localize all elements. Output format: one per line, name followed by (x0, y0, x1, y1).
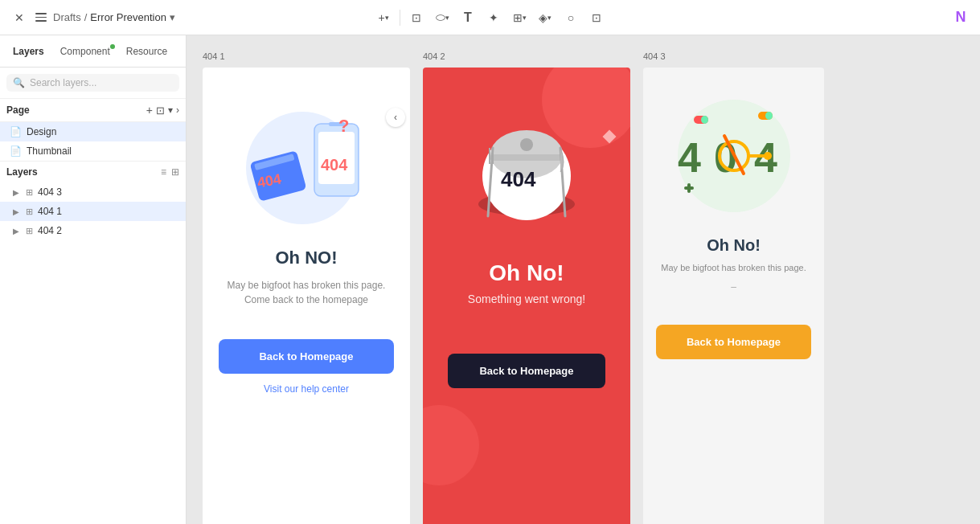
tab-resource[interactable]: Resource (120, 43, 174, 60)
f2-back-btn[interactable]: Back to Homepage (448, 354, 605, 388)
svg-rect-30 (765, 112, 773, 120)
layer-expand-icon: ▶ (13, 188, 19, 197)
page-folder-icon[interactable]: ⊡ (156, 104, 165, 117)
frame-label-3: 404 3 (643, 51, 666, 61)
search-input-wrap: 🔍 (6, 74, 179, 92)
frame1-svg: 404 404 ? (234, 100, 379, 228)
toolbar-left: ✕ Drafts / Error Prevention ▾ (10, 8, 364, 27)
f1-title: Oh NO! (276, 248, 338, 268)
svg-text:404: 404 (501, 167, 536, 191)
svg-point-25 (764, 152, 772, 160)
close-icon[interactable]: ✕ (10, 8, 29, 27)
page-thumb-icon: 📄 (10, 145, 22, 157)
page-chevron-right-icon[interactable]: › (176, 104, 179, 116)
design-frame-1: 404 404 ? Oh NO! May be bigfoot has brok… (203, 68, 410, 524)
f1-back-btn[interactable]: Back to Homepage (219, 339, 394, 374)
layers-section-header: Layers ≡ ⊞ (0, 162, 186, 182)
layer-expand-icon-3: ▶ (13, 227, 19, 235)
frame-wrapper-2: 404 2 (423, 68, 630, 524)
page-chevron-down-icon[interactable]: ▾ (168, 104, 173, 116)
svg-rect-12 (490, 154, 563, 161)
f2-title: Oh No! (489, 260, 564, 286)
toolbar-right: N (616, 8, 970, 27)
frame-label-2: 404 2 (423, 51, 445, 61)
svg-text:4: 4 (678, 134, 701, 181)
layer-item-404-1[interactable]: ▶ ⊞ 404 1 (0, 202, 186, 221)
frame-label-1: 404 1 (203, 51, 225, 61)
f3-back-btn[interactable]: Back to Homepage (656, 325, 811, 359)
tab-component[interactable]: Component (54, 43, 117, 60)
f1-desc-line2: Come back to the homepage (244, 294, 368, 305)
page-section: Page + ⊡ ▾ › (0, 99, 186, 122)
layer-item-label-3: 404 2 (38, 225, 62, 236)
svg-point-13 (520, 138, 533, 151)
breadcrumb: Drafts / Error Prevention ▾ (53, 11, 175, 23)
breadcrumb-dropdown-icon[interactable]: ▾ (170, 11, 175, 23)
canvas-back-arrow[interactable]: ‹ (386, 108, 405, 127)
toolbar: ✕ Drafts / Error Prevention ▾ +▾ ⊡ ⬭▾ T … (0, 0, 980, 35)
page-doc-icon: 📄 (10, 126, 22, 137)
plus-button[interactable]: +▾ (374, 8, 393, 27)
layers-actions: ≡ ⊞ (161, 166, 179, 178)
f3-desc-line2: page. (784, 263, 806, 272)
frame-wrapper-1: 404 1 404 (203, 68, 410, 524)
panel-tabs: Layers Component Resource (0, 35, 186, 68)
f3-desc: May be bigfoot has broken this page. (661, 261, 806, 275)
frame-wrapper-3: 404 3 4 0 4 (643, 68, 824, 524)
layer-frame-icon-3: ⊞ (26, 226, 33, 236)
breadcrumb-separator: / (84, 11, 88, 23)
layers-list-icon[interactable]: ≡ (161, 166, 166, 178)
svg-rect-32 (687, 183, 691, 193)
page-section-actions: + ⊡ ▾ › (146, 104, 179, 117)
mask-tool-icon[interactable]: ◈▾ (535, 8, 555, 27)
layer-items: ▶ ⊞ 404 3 ▶ ⊞ 404 1 ▶ ⊞ 404 2 (0, 182, 186, 524)
page-item-design[interactable]: 📄 Design (0, 122, 186, 141)
app-logo-icon[interactable]: N (951, 8, 970, 27)
breadcrumb-drafts[interactable]: Drafts (53, 11, 81, 23)
f3-desc-line1: May be bigfoot has broken this (661, 263, 781, 272)
tab-layers[interactable]: Layers (6, 43, 51, 60)
main-layout: Layers Component Resource 🔍 Page + ⊡ ▾ › (0, 35, 980, 524)
layer-frame-icon-2: ⊞ (26, 207, 33, 217)
page-item-thumbnail[interactable]: 📄 Thumbnail (0, 141, 186, 161)
shape-tool-icon[interactable]: ⬭▾ (433, 8, 452, 27)
page-items: 📄 Design 📄 Thumbnail (0, 122, 186, 162)
layers-label: Layers (6, 166, 38, 178)
canvas-area: ‹ 404 1 404 (187, 35, 980, 524)
layers-grid-icon[interactable]: ⊞ (171, 166, 179, 178)
search-input[interactable] (30, 77, 173, 88)
f1-illustration: 404 404 ? (234, 100, 379, 228)
layer-item-404-3[interactable]: ▶ ⊞ 404 3 (0, 182, 186, 202)
text-tool-icon[interactable]: T (458, 8, 478, 27)
breadcrumb-current[interactable]: Error Prevention (90, 11, 166, 23)
divider-1 (400, 10, 400, 26)
search-icon: 🔍 (13, 77, 25, 88)
layer-item-404-2[interactable]: ▶ ⊞ 404 2 (0, 221, 186, 240)
layer-expand-icon-2: ▶ (13, 207, 19, 216)
toolbar-center: +▾ ⊡ ⬭▾ T ✦ ⊞▾ ◈▾ ○ ⊡ (374, 8, 606, 27)
frame3-svg: 4 0 4 (670, 92, 798, 220)
search-box: 🔍 (0, 68, 186, 99)
svg-rect-28 (701, 116, 708, 124)
f1-desc-line1: May be bigfoot has broken this page. (228, 280, 386, 291)
left-panel: Layers Component Resource 🔍 Page + ⊡ ▾ › (0, 35, 187, 524)
f3-dash: – (731, 281, 736, 293)
f3-title: Oh No! (707, 236, 761, 255)
design-frame-2: 404 Oh No! Something went wrong! Back to… (423, 68, 630, 524)
pen-tool-icon[interactable]: ✦ (484, 8, 503, 27)
svg-text:?: ? (338, 116, 349, 136)
f1-help-link[interactable]: Visit our help center (264, 383, 349, 395)
f3-illustration: 4 0 4 (670, 92, 798, 220)
menu-icon[interactable] (35, 13, 47, 22)
layer-item-label: 404 3 (38, 186, 62, 198)
frame-tool-icon[interactable]: ⊡ (407, 8, 426, 27)
layer-item-label-2: 404 1 (38, 206, 62, 217)
page-add-icon[interactable]: + (146, 104, 153, 117)
svg-text:404: 404 (321, 156, 348, 174)
component-tool-icon[interactable]: ⊞▾ (510, 8, 529, 27)
f2-subtitle: Something went wrong! (468, 293, 585, 305)
page-section-label: Page (6, 104, 30, 116)
page-item-design-label: Design (27, 126, 56, 137)
circle-tool-icon[interactable]: ○ (561, 8, 580, 27)
crop-tool-icon[interactable]: ⊡ (587, 8, 606, 27)
